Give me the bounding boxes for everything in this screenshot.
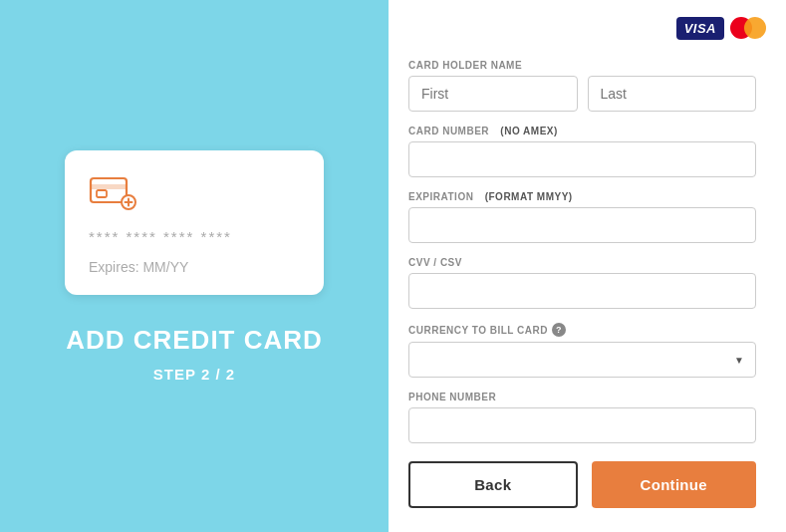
card-number-placeholder: **** **** **** **** <box>89 228 300 245</box>
visa-logo: VISA <box>676 17 724 40</box>
back-button[interactable]: Back <box>408 461 578 508</box>
card-expiry: Expires: MM/YY <box>89 259 300 275</box>
continue-button[interactable]: Continue <box>592 461 757 508</box>
cvv-label: CVV / CSV <box>408 257 756 268</box>
expiration-section: EXPIRATION (FORMAT MMYY) <box>408 191 756 243</box>
button-row: Back Continue <box>408 461 756 508</box>
panel-title: ADD CREDIT CARD <box>66 325 323 356</box>
card-holder-name-label: CARD HOLDER NAME <box>408 60 756 71</box>
cvv-section: CVV / CSV <box>408 257 756 309</box>
card-logos: VISA <box>676 16 766 40</box>
first-name-input[interactable] <box>408 76 578 112</box>
panel-step: STEP 2 / 2 <box>153 366 235 383</box>
currency-select-wrapper: USD EUR GBP <box>408 342 756 378</box>
form-area: CARD HOLDER NAME CARD NUMBER (NO AMEX) E… <box>408 60 756 508</box>
card-holder-name-section: CARD HOLDER NAME <box>408 60 756 112</box>
currency-section: CURRENCY TO BILL CARD ? USD EUR GBP <box>408 323 756 378</box>
card-number-input[interactable] <box>408 141 756 177</box>
currency-select[interactable]: USD EUR GBP <box>408 342 756 378</box>
svg-rect-1 <box>91 184 127 189</box>
svg-rect-0 <box>91 178 127 202</box>
card-number-section: CARD NUMBER (NO AMEX) <box>408 126 756 177</box>
phone-input[interactable] <box>408 407 756 443</box>
right-panel: VISA CARD HOLDER NAME CARD NUMBER (NO AM… <box>389 0 786 532</box>
name-row <box>408 76 756 112</box>
mastercard-logo <box>730 16 766 40</box>
expiration-label: EXPIRATION (FORMAT MMYY) <box>408 191 756 202</box>
cvv-input[interactable] <box>408 273 756 309</box>
expiration-input[interactable] <box>408 207 756 243</box>
svg-rect-2 <box>97 190 107 197</box>
card-icon <box>89 174 300 210</box>
card-graphic: **** **** **** **** Expires: MM/YY <box>65 150 324 295</box>
last-name-input[interactable] <box>588 76 757 112</box>
card-number-label: CARD NUMBER (NO AMEX) <box>408 126 756 136</box>
currency-help-icon[interactable]: ? <box>552 323 566 337</box>
currency-label: CURRENCY TO BILL CARD ? <box>408 323 756 337</box>
phone-section: PHONE NUMBER <box>408 392 756 443</box>
phone-label: PHONE NUMBER <box>408 392 756 402</box>
left-panel: **** **** **** **** Expires: MM/YY ADD C… <box>0 0 389 532</box>
